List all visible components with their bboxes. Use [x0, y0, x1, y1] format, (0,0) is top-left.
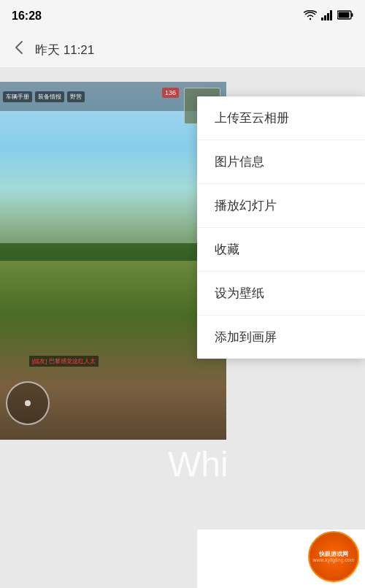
status-bar: 16:28: [0, 0, 365, 32]
signal-icon: [321, 10, 333, 23]
svg-point-0: [310, 18, 311, 19]
joystick-center: [25, 400, 31, 406]
health-counter: 136: [162, 88, 179, 98]
status-time: 16:28: [12, 9, 42, 23]
game-ui-item3: 野营: [67, 91, 85, 102]
menu-item-desktop[interactable]: 添加到画屏: [197, 316, 365, 359]
menu-item-slideshow[interactable]: 播放幻灯片: [197, 184, 365, 228]
main-content: 车辆手册 装备情报 野营 136 [战友] 巴黎感觉这红人太 Whi 上传至云相…: [0, 67, 365, 588]
svg-rect-4: [330, 10, 332, 20]
status-icons: [304, 10, 353, 23]
menu-item-upload[interactable]: 上传至云相册: [197, 96, 365, 140]
context-menu: 上传至云相册 图片信息 播放幻灯片 收藏 设为壁纸 添加到画屏: [197, 96, 365, 359]
watermark-title: 快眼游戏网: [319, 551, 348, 558]
battery-icon: [337, 10, 353, 22]
wifi-icon: [304, 10, 317, 23]
menu-item-image-info[interactable]: 图片信息: [197, 140, 365, 184]
svg-rect-1: [321, 18, 323, 20]
game-ui-item2: 装备情报: [35, 91, 64, 102]
watermark-circle: 快眼游戏网 www.kyligting.com: [308, 531, 359, 582]
menu-item-favorite[interactable]: 收藏: [197, 228, 365, 272]
game-chat-text: [战友] 巴黎感觉这红人太: [29, 356, 99, 367]
joystick: [6, 381, 50, 425]
svg-rect-7: [339, 12, 350, 18]
menu-item-wallpaper[interactable]: 设为壁纸: [197, 272, 365, 316]
svg-rect-6: [351, 13, 353, 17]
nav-title: 昨天 11:21: [35, 42, 94, 58]
game-ui-item: 车辆手册: [3, 91, 32, 102]
svg-rect-3: [327, 13, 329, 20]
nav-bar: 昨天 11:21: [0, 32, 365, 67]
game-screenshot: 车辆手册 装备情报 野营 136 [战友] 巴黎感觉这红人太: [0, 82, 226, 440]
back-button[interactable]: [12, 37, 26, 62]
watermark-url: www.kyligting.com: [312, 557, 354, 562]
svg-rect-2: [324, 15, 326, 20]
whi-text: Whi: [168, 444, 228, 484]
watermark: 快眼游戏网 www.kyligting.com: [308, 531, 359, 582]
